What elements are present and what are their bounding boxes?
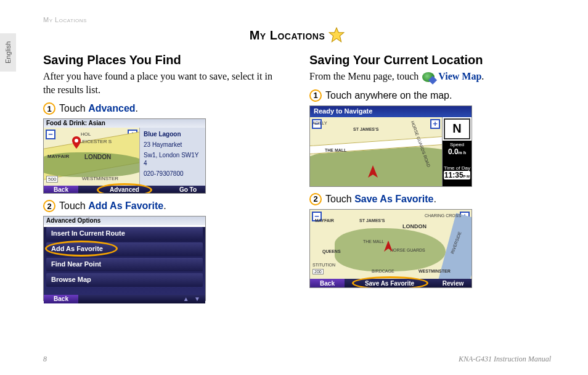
place-address: 23 Haymarket bbox=[144, 141, 202, 149]
screenshot-navigate-map: Ready to Navigate − + ADILLY ST JAMES'S … bbox=[309, 105, 472, 187]
step-text: . bbox=[434, 194, 436, 204]
map-label: HOL bbox=[81, 131, 91, 137]
north-indicator[interactable]: N bbox=[444, 118, 470, 139]
step-number-icon: 1 bbox=[309, 89, 322, 102]
sc3-side-panel: N Speed 0.0m h Time of Day 11:35P M bbox=[442, 117, 472, 187]
step-text: Touch anywhere on the map. bbox=[325, 90, 452, 101]
sc3-map[interactable]: − + ADILLY ST JAMES'S THE MALL HORSE GUA… bbox=[310, 117, 442, 187]
option-add-favorite[interactable]: Add As Favorite bbox=[46, 242, 203, 256]
step-number-icon: 1 bbox=[43, 102, 55, 115]
manual-title: KNA-G431 Instruction Manual bbox=[459, 355, 551, 364]
sc2-options-list: Insert In Current Route Add As Favorite … bbox=[44, 227, 205, 295]
intro-text: . bbox=[481, 71, 484, 81]
header-breadcrumb: My Locations bbox=[43, 16, 551, 23]
svg-point-1 bbox=[75, 139, 78, 142]
map-label: ADILLY bbox=[312, 121, 327, 125]
map-label: WESTMINSTER bbox=[419, 269, 451, 273]
screenshot-save-favorite-map: − + MAYFAIR ST JAMES'S LONDON CHARING CR… bbox=[309, 209, 472, 288]
map-label: MAYFAIR bbox=[315, 218, 334, 223]
map-label: MAYFAIR bbox=[47, 154, 69, 159]
advanced-button[interactable]: Advanced bbox=[78, 186, 171, 194]
right-column: Saving Your Current Location From the Me… bbox=[309, 53, 551, 306]
step-text: . bbox=[136, 103, 138, 113]
left-step-1: 1 Touch Advanced. bbox=[43, 102, 285, 115]
step-text: Touch bbox=[59, 103, 88, 113]
intro-text: From the Menu page, touch bbox=[309, 71, 421, 81]
position-arrow-icon bbox=[384, 241, 393, 252]
map-label: HORSE GUARDS bbox=[390, 248, 425, 252]
sc1-title-bar: Food & Drink: Asian bbox=[44, 119, 205, 128]
map-label: CHARING CROSS bbox=[425, 213, 461, 218]
panel-label: Speed bbox=[444, 142, 470, 147]
position-arrow-icon bbox=[368, 165, 378, 178]
time-suffix: P M bbox=[463, 175, 470, 178]
place-address: Sw1, London SW1Y 4 bbox=[144, 151, 202, 167]
button-label: Save As Favorite bbox=[365, 280, 414, 287]
step-text: . bbox=[163, 200, 166, 211]
step-number-icon: 2 bbox=[309, 193, 322, 205]
speed-value: 0.0 bbox=[448, 147, 459, 156]
map-label: STITUTION bbox=[312, 263, 335, 267]
option-browse-map[interactable]: Browse Map bbox=[46, 273, 203, 287]
map-label: BIRDCAGE bbox=[372, 269, 394, 273]
sc2-title-bar: Advanced Options bbox=[44, 216, 205, 225]
right-step-1: 1 Touch anywhere on the map. bbox=[309, 89, 551, 102]
left-intro: After you have found a place you want to… bbox=[43, 70, 285, 96]
step-text: Touch bbox=[59, 200, 88, 211]
panel-label: Time of Day bbox=[444, 165, 470, 171]
view-map-icon bbox=[422, 72, 435, 82]
left-step-2: 2 Touch Add As Favorite. bbox=[43, 200, 285, 212]
right-heading: Saving Your Current Location bbox=[309, 53, 551, 67]
map-scale: 500 bbox=[46, 176, 58, 183]
svg-marker-2 bbox=[368, 165, 378, 178]
map-label: LONDON bbox=[402, 223, 427, 229]
scroll-arrows[interactable]: ▲ ▼ bbox=[78, 295, 205, 303]
map-label: ST JAMES'S bbox=[353, 127, 378, 131]
speed-panel: Speed 0.0m h bbox=[443, 141, 472, 164]
sc1-info-panel: Blue Lagoon 23 Haymarket Sw1, London SW1… bbox=[140, 128, 205, 186]
star-icon bbox=[329, 27, 345, 43]
place-phone: 020-79307800 bbox=[144, 170, 202, 178]
time-panel: Time of Day 11:35P M bbox=[443, 164, 472, 187]
back-button[interactable]: Back bbox=[44, 295, 78, 303]
speed-unit: m h bbox=[459, 150, 466, 155]
map-pin-icon bbox=[72, 136, 81, 149]
save-as-favorite-button[interactable]: Save As Favorite bbox=[345, 279, 435, 288]
review-button[interactable]: Review bbox=[435, 279, 472, 288]
left-heading: Saving Places You Find bbox=[43, 53, 285, 67]
time-value: 11:35 bbox=[444, 171, 463, 179]
step-link: Save As Favorite bbox=[354, 194, 433, 204]
map-label: QUEENS bbox=[322, 249, 341, 253]
sc1-map[interactable]: − + HOL LEICESTER S MAYFAIR LONDON WESTM… bbox=[44, 128, 140, 186]
option-insert-route[interactable]: Insert In Current Route bbox=[46, 227, 203, 241]
sc4-map[interactable]: − + MAYFAIR ST JAMES'S LONDON CHARING CR… bbox=[310, 210, 472, 279]
page-footer: 8 KNA-G431 Instruction Manual bbox=[43, 355, 551, 364]
step-number-icon: 2 bbox=[43, 200, 55, 212]
sc3-title-bar: Ready to Navigate bbox=[310, 106, 472, 117]
page-title-text: My Locations bbox=[250, 28, 325, 43]
page-number: 8 bbox=[43, 355, 47, 364]
right-step-2: 2 Touch Save As Favorite. bbox=[309, 193, 551, 205]
option-find-near[interactable]: Find Near Point bbox=[46, 258, 203, 271]
screenshot-advanced-options: Advanced Options Insert In Current Route… bbox=[43, 216, 206, 301]
map-label: THE MALL bbox=[325, 148, 346, 152]
zoom-in-icon[interactable]: + bbox=[430, 119, 440, 129]
right-intro: From the Menu page, touch View Map. bbox=[309, 70, 551, 83]
option-label: Add As Favorite bbox=[51, 245, 103, 252]
back-button[interactable]: Back bbox=[44, 186, 78, 194]
step-text: Touch bbox=[325, 194, 354, 204]
button-label: Advanced bbox=[110, 186, 139, 193]
map-label: THE MALL bbox=[363, 239, 384, 244]
svg-marker-3 bbox=[384, 241, 393, 252]
place-name: Blue Lagoon bbox=[144, 130, 202, 138]
map-label: LONDON bbox=[84, 154, 111, 160]
map-scale: 200 bbox=[312, 269, 324, 274]
map-label: ST JAMES'S bbox=[359, 218, 385, 223]
intro-link: View Map bbox=[438, 71, 481, 81]
goto-button[interactable]: Go To bbox=[171, 186, 205, 194]
svg-marker-0 bbox=[329, 28, 344, 42]
map-label: WESTMINSTER bbox=[82, 176, 118, 181]
map-label: LEICESTER S bbox=[80, 139, 112, 144]
zoom-out-icon[interactable]: − bbox=[46, 130, 55, 139]
back-button[interactable]: Back bbox=[310, 279, 345, 288]
